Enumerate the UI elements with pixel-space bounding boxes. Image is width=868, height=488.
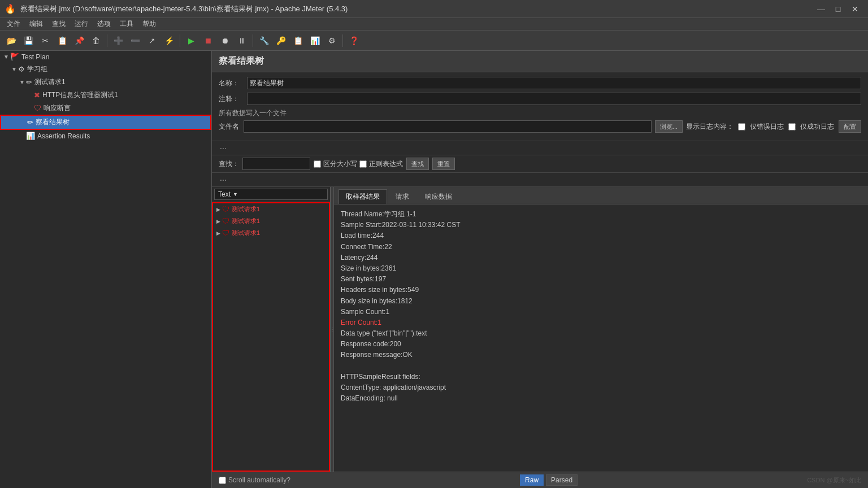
minimize-button[interactable]: — [813,1,830,18]
success-log-checkbox[interactable] [788,123,796,130]
sidebar-item-http[interactable]: ▶ ✖ HTTP信息头管理器测试1 [0,89,211,102]
dots-menu-2[interactable]: ··· [216,174,230,185]
format-tab-parsed[interactable]: Parsed [546,474,578,486]
toolbar-sep3 [253,34,253,47]
log-options: 显示日志内容： 仅错误日志 仅成功日志 配置 [686,120,861,133]
arrow-testplan: ▼ [2,54,10,60]
search-button[interactable]: 查找 [406,158,429,170]
menu-bar: 文件 编辑 查找 运行 选项 工具 帮助 [0,18,868,30]
sidebar-item-assertion[interactable]: ▶ 📊 Assertion Results [0,130,211,142]
menu-edit[interactable]: 编辑 [25,18,47,30]
tab-request[interactable]: 请求 [388,189,416,204]
sidebar-item-group[interactable]: ▼ ⚙ 学习组 [0,63,211,76]
menu-tools[interactable]: 工具 [115,18,138,30]
error-log-label: 仅错误日志 [750,122,784,132]
detail-line-6: Size in bytes:2361 [341,263,861,274]
sample-item-3[interactable]: ▶ 🛡 测试请求1 [213,227,329,239]
search-input[interactable] [242,158,310,170]
toolbar-open[interactable]: 📂 [3,33,19,49]
toolbar-copy[interactable]: 📋 [54,33,70,49]
toolbar: 📂 💾 ✂ 📋 📌 🗑 ➕ ➖ ↗ ⚡ ▶ ⏹ ⏺ ⏸ 🔧 🔑 📋 📊 ⚙ ❓ [0,30,868,51]
toolbar-tools2[interactable]: 🔑 [273,33,289,49]
all-data-note: 所有数据写入一个文件 [219,108,861,118]
sidebar-item-testplan[interactable]: ▼ 🚩 Test Plan [0,51,211,63]
format-tab-raw[interactable]: Raw [520,474,544,486]
toolbar-settings[interactable]: ⚙ [324,33,340,49]
sidebar-label-http: HTTP信息头管理器测试1 [42,90,118,100]
chart-icon: 📊 [26,132,35,140]
toolbar-save[interactable]: 💾 [20,33,36,49]
menu-options[interactable]: 选项 [93,18,115,30]
filename-input[interactable] [244,120,652,133]
toolbar-paste[interactable]: 📌 [71,33,87,49]
close-button[interactable]: ✕ [847,1,863,18]
left-results-panel: Text ▼ ▶ 🛡 测试请求1 ▶ 🛡 测试请求1 [212,187,331,472]
name-input[interactable] [247,77,861,89]
toolbar-help[interactable]: ❓ [346,33,362,49]
format-label: Text [218,190,231,198]
detail-line-12: Data type ("text"|"bin"|""):text [341,328,861,339]
sample-list: ▶ 🛡 测试请求1 ▶ 🛡 测试请求1 ▶ 🛡 测试请求1 [212,202,330,472]
sample-item-2[interactable]: ▶ 🛡 测试请求1 [213,215,329,227]
sidebar-item-resp[interactable]: ▶ 🛡 响应断言 [0,102,211,115]
dots-menu-1[interactable]: ··· [216,142,230,154]
menu-run[interactable]: 运行 [70,18,93,30]
detail-line-2: Sample Start:2022-03-11 10:33:42 CST [341,220,861,230]
toolbar-cut[interactable]: ✂ [37,33,53,49]
case-checkbox[interactable] [314,160,321,168]
browse-button[interactable]: 浏览... [655,120,683,133]
toolbar-arrow[interactable]: ↗ [144,33,160,49]
detail-line-9: Body size in bytes:1812 [341,296,861,307]
detail-line-4: Connect Time:22 [341,242,861,252]
config-button[interactable]: 配置 [839,120,861,133]
tab-response-data[interactable]: 响应数据 [418,189,459,204]
toolbar-record[interactable]: ⏺ [217,33,233,49]
sidebar-label-group: 学习组 [27,64,47,74]
menu-find[interactable]: 查找 [47,18,70,30]
panel-title: 察看结果树 [219,56,264,66]
search-options: 区分大小写 正则表达式 [314,159,403,169]
search-row: 查找： 区分大小写 正则表达式 查找 重置 [212,155,868,173]
form-area: 名称： 注释： 所有数据写入一个文件 文件名 浏览... 显示日志内容： 仅错误… [212,72,868,141]
toolbar-tools1[interactable]: 🔧 [256,33,272,49]
scroll-checkbox[interactable] [219,477,226,484]
detail-line-3: Load time:244 [341,230,861,241]
toolbar-pause[interactable]: ⏸ [234,33,250,49]
item1-shield-icon: 🛡 [222,205,229,213]
tab-sampler-results[interactable]: 取样器结果 [338,189,387,204]
scroll-check: Scroll automatically? [219,476,290,484]
reset-button[interactable]: 重置 [432,158,455,170]
item2-arrow: ▶ [216,219,220,224]
maximize-button[interactable]: □ [830,1,847,18]
sidebar-item-request1[interactable]: ▼ ✏ 测试请求1 [0,76,211,89]
log-content-label: 显示日志内容： [686,122,734,132]
toolbar-play[interactable]: ▶ [183,33,199,49]
sidebar-label-request1: 测试请求1 [34,77,66,87]
comment-input[interactable] [247,93,861,105]
title-bar: 🔥 察看结果树.jmx (D:\software\jmeter\apache-j… [0,0,868,18]
item3-label: 测试请求1 [232,229,260,237]
toolbar-stop[interactable]: ⏹ [200,33,216,49]
results-toolbar: Text ▼ [212,187,330,202]
toolbar-sep4 [342,34,343,47]
format-tabs: Raw Parsed [520,474,578,486]
sidebar-item-viewtree[interactable]: ▶ ✏ 察看结果树 [0,115,211,130]
format-dropdown[interactable]: Text ▼ [214,189,328,200]
flag-icon: 🚩 [10,53,19,61]
regex-checkbox[interactable] [359,160,367,168]
error-log-checkbox[interactable] [738,123,745,130]
menu-help[interactable]: 帮助 [138,18,160,30]
sample-item-1[interactable]: ▶ 🛡 测试请求1 [213,203,329,215]
detail-line-8: Headers size in bytes:549 [341,285,861,295]
toolbar-add[interactable]: ➕ [110,33,126,49]
toolbar-chart[interactable]: 📊 [307,33,323,49]
toolbar-tools3[interactable]: 📋 [290,33,306,49]
toolbar-delete[interactable]: 🗑 [88,33,104,49]
sidebar-label-testplan: Test Plan [21,53,49,61]
toolbar-lightning[interactable]: ⚡ [161,33,177,49]
case-label: 区分大小写 [323,159,357,169]
sidebar: ▼ 🚩 Test Plan ▼ ⚙ 学习组 ▼ ✏ 测试请求1 ▶ ✖ HTTP… [0,51,212,488]
menu-file[interactable]: 文件 [2,18,25,30]
chevron-down-icon: ▼ [233,191,238,197]
toolbar-remove[interactable]: ➖ [127,33,143,49]
